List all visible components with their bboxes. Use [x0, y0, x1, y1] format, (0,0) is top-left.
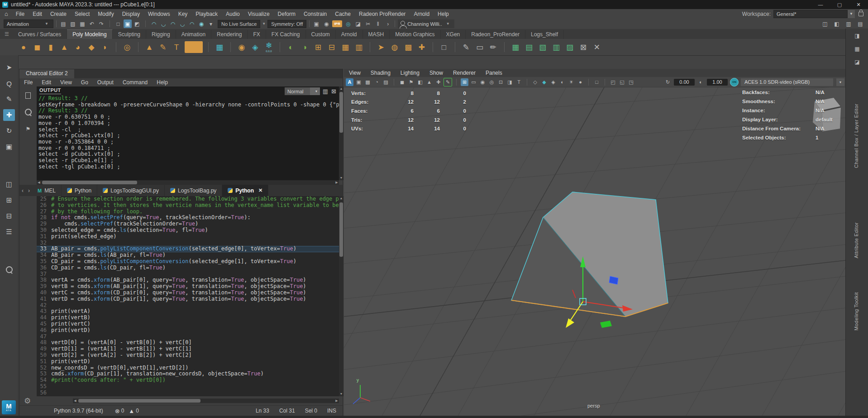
render-settings-icon[interactable]: ◪	[354, 19, 362, 28]
dock-icon-3[interactable]: ◪	[853, 58, 861, 66]
editor-tab-logstoolbaggui-py[interactable]: LogsToolBagGUI.py	[97, 185, 165, 196]
code-vertical-scrollbar[interactable]: ▲ ▼	[339, 196, 343, 396]
output-console[interactable]: OUTPUT Normal ▼ ▥ ⊠ // Result: 3 //setKe…	[37, 86, 339, 180]
render-sequence-icon[interactable]: ◎	[344, 19, 352, 28]
scrollbar-thumb[interactable]	[42, 181, 137, 184]
code-line[interactable]: 48vertD[0] = (vertA[0] - vertB[0]) + ver…	[37, 340, 339, 346]
menu-item-help[interactable]: Help	[434, 11, 453, 17]
search-icon[interactable]	[24, 108, 32, 116]
paint-select-tool[interactable]: ✎	[3, 93, 15, 105]
code-line[interactable]: 25# Ensure the selection order is rememb…	[37, 196, 339, 202]
poly-cylinder-icon[interactable]: ▮	[45, 41, 56, 53]
menu-item-radeon-prorender[interactable]: Radeon ProRender	[355, 11, 410, 17]
code-line[interactable]: 44print(vertB)	[37, 315, 339, 321]
code-line[interactable]: 28if not cmds.selectPref(query=True, tra…	[37, 215, 339, 221]
chevron-down-icon[interactable]: ▼	[836, 78, 844, 86]
grid-add-layout-icon[interactable]: ⊞	[3, 194, 15, 206]
scroll-down-icon[interactable]: ▼	[339, 176, 343, 180]
bookmark-icon[interactable]: ⚑	[24, 125, 32, 133]
snap-curve-icon[interactable]: ◡	[159, 19, 167, 28]
menu-set-dropdown[interactable]: Animation▼	[4, 19, 53, 28]
tab-scroll-left-icon[interactable]: ‹	[19, 185, 26, 196]
circularize-icon[interactable]: ◉	[236, 41, 247, 53]
code-line[interactable]: 42	[37, 303, 339, 309]
code-line[interactable]: 29 cmds.selectPref(trackSelectionOrder=T…	[37, 221, 339, 227]
pan-zoom-icon[interactable]: ✚	[434, 78, 442, 86]
tab-scroll-right-icon[interactable]: ›	[26, 185, 32, 196]
menu-item-deform[interactable]: Deform	[274, 11, 300, 17]
make-live-icon[interactable]: ◉	[197, 19, 205, 28]
render-current-frame-icon[interactable]: ◉	[322, 19, 330, 28]
shelf-tab-curves-surfaces[interactable]: Curves / Surfaces	[13, 30, 67, 39]
uv-editor-icon[interactable]: ▦	[214, 41, 225, 53]
marquee-icon[interactable]: □	[439, 41, 449, 53]
scale-tool[interactable]: ▣	[3, 141, 15, 153]
code-line[interactable]: 55	[37, 384, 339, 390]
scroll-left-icon[interactable]: ◀	[73, 399, 77, 403]
grid-toggle-icon[interactable]: ▣	[355, 78, 362, 86]
character-controls-icon[interactable]: ◧	[833, 19, 841, 28]
menu-item-show[interactable]: Show	[424, 70, 448, 76]
code-line[interactable]: 53cmds.xform(CD_pair[1], translation=new…	[37, 371, 339, 377]
colorspace-dropdown[interactable]: ACES 1.0 SDR-video (sRGB)	[741, 78, 833, 86]
code-line[interactable]: 31print(selected_edge)	[37, 234, 339, 240]
code-line[interactable]: 35CD_pair = cmds.polyListComponentConver…	[37, 259, 339, 265]
code-horizontal-scrollbar[interactable]: ◀ ▶	[73, 399, 339, 403]
extract-icon[interactable]: ▦	[340, 41, 351, 53]
film-gate-icon[interactable]: ▩	[364, 78, 372, 86]
gear-icon[interactable]: ⚙	[24, 396, 31, 406]
account-chip[interactable]: Channing Willi.. ▼	[398, 19, 454, 28]
xray-active-icon[interactable]: ◈	[549, 78, 557, 86]
pencil-tool-icon[interactable]: ✎	[461, 41, 472, 53]
charcoal-editor-tab[interactable]: Charcoal Editor 2	[19, 69, 74, 78]
display-layers-icon[interactable]: ✂	[364, 19, 372, 28]
select-component-icon[interactable]: ◩	[133, 19, 141, 28]
code-line[interactable]: 41vertD = cmds.xform(CD_pair[1], query=T…	[37, 296, 339, 303]
layout-board-icon-5[interactable]: ▨	[564, 41, 575, 53]
clear-output-icon[interactable]: ⊠	[331, 88, 336, 95]
brush-tool-icon[interactable]: ✏	[488, 41, 499, 53]
poly-sphere-icon[interactable]: ●	[18, 41, 29, 53]
menu-item-panels[interactable]: Panels	[481, 70, 507, 76]
grease-pencil-icon[interactable]: ✎	[444, 78, 452, 86]
panel-tab-channel-box-layer-editor[interactable]: Channel Box / Layer Editor	[854, 104, 859, 168]
joints-xray-icon[interactable]: ◐	[558, 78, 566, 86]
code-editor[interactable]: 25# Ensure the selection order is rememb…	[37, 196, 339, 396]
shadow-toggle-icon[interactable]: ●	[577, 78, 584, 86]
code-line[interactable]: 36CD_pair = cmds.ls(CD_pair, fl=True)	[37, 265, 339, 271]
menu-item-command[interactable]: Command	[118, 79, 152, 86]
snap-surface-icon[interactable]: ◠	[188, 19, 196, 28]
editor-tab-mel[interactable]: MMEL	[32, 185, 62, 196]
code-line[interactable]: 46print(vertD)	[37, 327, 339, 334]
code-line[interactable]: 47	[37, 334, 339, 340]
scrollbar-thumb[interactable]	[78, 399, 200, 403]
shelf-menu-icon[interactable]: ☰	[5, 31, 9, 37]
boolean-union-icon[interactable]: ◐	[286, 41, 296, 53]
minimize-button[interactable]: —	[811, 0, 830, 9]
copy-output-icon[interactable]	[24, 91, 32, 100]
output-vertical-scrollbar[interactable]: ▲ ▼	[339, 86, 343, 180]
poly-plane-icon[interactable]: ◆	[86, 41, 97, 53]
menu-item-select[interactable]: Select	[71, 11, 94, 17]
attribute-editor-toggle-icon[interactable]: ▥	[844, 19, 853, 28]
image-plane-icon[interactable]: ▲	[425, 78, 433, 86]
shelf-tab-fx[interactable]: FX	[248, 30, 266, 39]
shelf-tab-radeon-prorender[interactable]: Radeon_ProRender	[466, 30, 525, 39]
modeling-toolkit-toggle-icon[interactable]: ◫	[821, 19, 829, 28]
editor-tab-logstoolbag-py[interactable]: LogsToolBag.py	[165, 185, 222, 196]
close-icon[interactable]: ✕	[258, 187, 262, 193]
layout-board-icon-2[interactable]: ▤	[524, 41, 534, 53]
separate-icon[interactable]: ⊟	[326, 41, 337, 53]
code-line[interactable]: 50vertD[2] = (vertA[2] - vertB[2]) + ver…	[37, 352, 339, 359]
snap-options-caret-icon[interactable]: ▾	[207, 19, 215, 28]
workspace-dropdown[interactable]: General*	[773, 10, 848, 18]
chevron-down-icon[interactable]: ▼	[260, 22, 267, 26]
shelf-tab-logs-shelf[interactable]: Logs_Shelf	[525, 30, 564, 39]
menu-item-playback[interactable]: Playback	[191, 11, 222, 17]
output-horizontal-scrollbar[interactable]: ◀ ▶	[37, 180, 339, 185]
close-button[interactable]: ✕	[849, 0, 868, 9]
shelf-tab-animation[interactable]: Animation	[176, 30, 211, 39]
camera-lock-icon[interactable]: ◧	[416, 78, 424, 86]
gamma-field[interactable]: 1.00	[707, 79, 728, 86]
code-line[interactable]: 43print(vertA)	[37, 308, 339, 315]
